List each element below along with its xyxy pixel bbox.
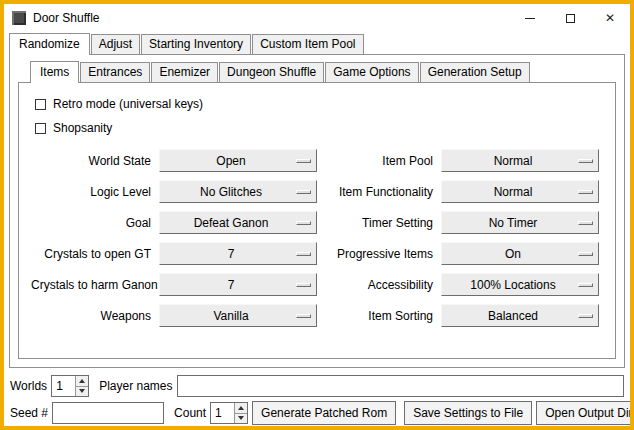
spin-down-icon [79, 389, 85, 393]
generate-patched-rom-button[interactable]: Generate Patched Rom [252, 401, 396, 425]
retro-mode-label: Retro mode (universal keys) [53, 97, 203, 111]
app-icon [12, 11, 26, 25]
options-grid: World State Open Item Pool Normal Logic … [31, 149, 603, 327]
dropdown-indicator-icon [578, 283, 593, 287]
titlebar[interactable]: Door Shuffle ✕ [4, 4, 630, 32]
tab-randomize[interactable]: Randomize [9, 33, 90, 55]
spin-up-icon [238, 406, 244, 410]
timer-setting-label: Timer Setting [321, 216, 437, 230]
worlds-value: 1 [52, 376, 75, 396]
timer-setting-dropdown[interactable]: No Timer [441, 211, 599, 234]
seed-label: Seed # [10, 406, 48, 420]
dropdown-value: Vanilla [213, 309, 262, 323]
open-output-directory-button[interactable]: Open Output Directory [536, 401, 634, 425]
player-names-label: Player names [99, 379, 172, 393]
dropdown-value: No Timer [489, 216, 552, 230]
player-names-input[interactable] [177, 375, 625, 397]
dropdown-indicator-icon [296, 314, 311, 318]
accessibility-label: Accessibility [321, 278, 437, 292]
weapons-dropdown[interactable]: Vanilla [159, 304, 317, 327]
item-pool-label: Item Pool [321, 154, 437, 168]
count-spin-buttons [234, 403, 247, 423]
count-spin-down[interactable] [235, 413, 247, 424]
dropdown-indicator-icon [296, 283, 311, 287]
close-icon: ✕ [605, 12, 615, 24]
item-functionality-label: Item Functionality [321, 185, 437, 199]
worlds-spin-up[interactable] [76, 376, 88, 386]
close-button[interactable]: ✕ [590, 4, 630, 32]
count-spinbox[interactable]: 1 [210, 402, 248, 424]
dropdown-value: 7 [228, 247, 249, 261]
spin-up-icon [79, 379, 85, 383]
window-controls: ✕ [510, 4, 630, 32]
logic-level-label: Logic Level [31, 185, 155, 199]
tab-game-options[interactable]: Game Options [325, 62, 418, 82]
weapons-label: Weapons [31, 309, 155, 323]
tab-adjust[interactable]: Adjust [91, 34, 140, 54]
multiworld-row: Worlds 1 Player names [10, 374, 624, 398]
count-label: Count [174, 406, 206, 420]
dropdown-indicator-icon [296, 190, 311, 194]
progressive-items-dropdown[interactable]: On [441, 242, 599, 265]
retro-mode-checkbox-icon [35, 99, 46, 110]
dropdown-indicator-icon [578, 252, 593, 256]
seed-input[interactable] [52, 402, 164, 424]
shopsanity-checkbox-icon [35, 123, 46, 134]
minimize-button[interactable] [510, 4, 550, 32]
spin-down-icon [238, 416, 244, 420]
dropdown-indicator-icon [296, 252, 311, 256]
items-pane: Retro mode (universal keys) Shopsanity W… [18, 82, 616, 359]
tab-starting-inventory[interactable]: Starting Inventory [141, 34, 251, 54]
dropdown-value: Normal [494, 154, 547, 168]
window-title: Door Shuffle [33, 11, 100, 25]
dropdown-indicator-icon [578, 190, 593, 194]
shopsanity-label: Shopsanity [53, 121, 112, 135]
accessibility-dropdown[interactable]: 100% Locations [441, 273, 599, 296]
tab-entrances[interactable]: Entrances [80, 62, 150, 82]
worlds-label: Worlds [10, 379, 47, 393]
worlds-spin-down[interactable] [76, 386, 88, 397]
item-sorting-dropdown[interactable]: Balanced [441, 304, 599, 327]
item-sorting-label: Item Sorting [321, 309, 437, 323]
crystals-ganon-dropdown[interactable]: 7 [159, 273, 317, 296]
dropdown-value: 7 [228, 278, 249, 292]
dropdown-indicator-icon [578, 221, 593, 225]
tab-dungeon-shuffle[interactable]: Dungeon Shuffle [219, 62, 324, 82]
main-tab-bar: Randomize Adjust Starting Inventory Cust… [4, 32, 630, 54]
goal-dropdown[interactable]: Defeat Ganon [159, 211, 317, 234]
window: Door Shuffle ✕ Randomize Adjust Starting… [0, 0, 634, 430]
worlds-spinbox[interactable]: 1 [51, 375, 89, 397]
maximize-button[interactable] [550, 4, 590, 32]
world-state-label: World State [31, 154, 155, 168]
dropdown-value: No Glitches [200, 185, 276, 199]
tab-custom-item-pool[interactable]: Custom Item Pool [252, 34, 363, 54]
dropdown-value: 100% Locations [470, 278, 569, 292]
dropdown-indicator-icon [578, 314, 593, 318]
dropdown-value: Defeat Ganon [194, 216, 283, 230]
dropdown-indicator-icon [578, 159, 593, 163]
dropdown-indicator-icon [296, 221, 311, 225]
bottom-bar: Worlds 1 Player names Seed # Count 1 [4, 368, 630, 429]
crystals-gt-label: Crystals to open GT [31, 247, 155, 261]
shopsanity-checkbox-field[interactable]: Shopsanity [35, 117, 603, 139]
sub-tab-bar: Items Entrances Enemizer Dungeon Shuffle… [18, 61, 616, 82]
dropdown-indicator-icon [296, 159, 311, 163]
tab-enemizer[interactable]: Enemizer [151, 62, 218, 82]
item-pool-dropdown[interactable]: Normal [441, 149, 599, 172]
logic-level-dropdown[interactable]: No Glitches [159, 180, 317, 203]
dropdown-value: Normal [494, 185, 547, 199]
goal-label: Goal [31, 216, 155, 230]
tab-generation-setup[interactable]: Generation Setup [420, 62, 530, 82]
crystals-gt-dropdown[interactable]: 7 [159, 242, 317, 265]
progressive-items-label: Progressive Items [321, 247, 437, 261]
randomize-pane: Items Entrances Enemizer Dungeon Shuffle… [9, 54, 625, 368]
item-functionality-dropdown[interactable]: Normal [441, 180, 599, 203]
tab-items[interactable]: Items [30, 61, 79, 83]
generate-row: Seed # Count 1 Generate Patched Rom Save… [10, 401, 624, 425]
save-settings-button[interactable]: Save Settings to File [404, 401, 532, 425]
retro-mode-checkbox-field[interactable]: Retro mode (universal keys) [35, 93, 603, 115]
count-spin-up[interactable] [235, 403, 247, 413]
minimize-icon [525, 18, 535, 19]
world-state-dropdown[interactable]: Open [159, 149, 317, 172]
worlds-spin-buttons [75, 376, 88, 396]
